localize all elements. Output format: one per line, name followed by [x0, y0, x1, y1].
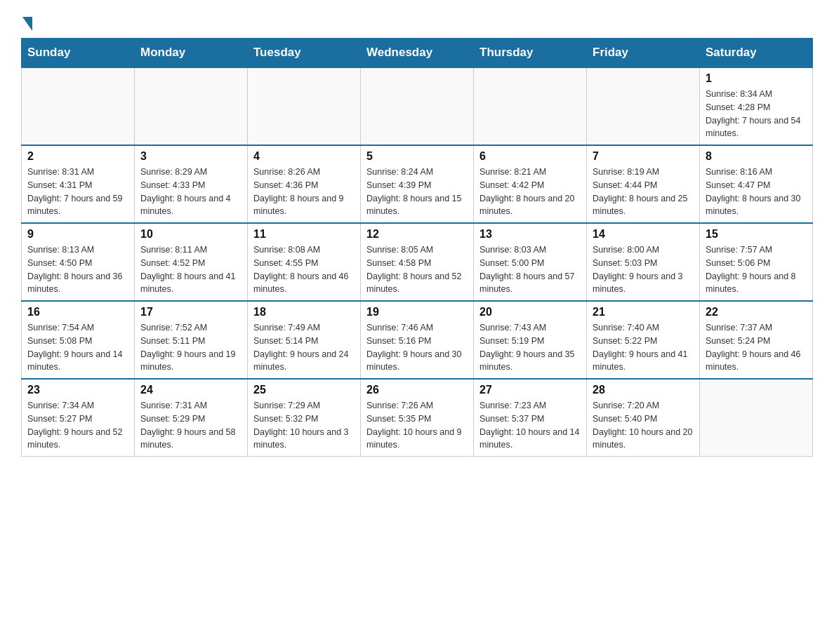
day-info: Sunrise: 7:31 AMSunset: 5:29 PMDaylight:… [140, 399, 241, 452]
day-number: 12 [366, 228, 468, 241]
day-number: 25 [253, 384, 355, 396]
calendar-week-2: 2Sunrise: 8:31 AMSunset: 4:31 PMDaylight… [22, 145, 813, 223]
calendar-cell [700, 379, 813, 457]
day-number: 3 [140, 150, 241, 163]
calendar-cell [22, 67, 135, 145]
calendar-cell: 6Sunrise: 8:21 AMSunset: 4:42 PMDaylight… [474, 145, 587, 223]
calendar-week-5: 23Sunrise: 7:34 AMSunset: 5:27 PMDayligh… [22, 379, 813, 457]
day-info: Sunrise: 7:49 AMSunset: 5:14 PMDaylight:… [253, 321, 355, 374]
day-number: 14 [593, 228, 694, 241]
day-info: Sunrise: 7:29 AMSunset: 5:32 PMDaylight:… [253, 399, 355, 452]
calendar-cell: 3Sunrise: 8:29 AMSunset: 4:33 PMDaylight… [135, 145, 248, 223]
day-of-week-monday: Monday [135, 39, 248, 68]
day-info: Sunrise: 8:13 AMSunset: 4:50 PMDaylight:… [27, 243, 128, 296]
day-of-week-saturday: Saturday [700, 39, 813, 68]
calendar-cell: 14Sunrise: 8:00 AMSunset: 5:03 PMDayligh… [587, 223, 700, 301]
calendar-cell: 25Sunrise: 7:29 AMSunset: 5:32 PMDayligh… [248, 379, 361, 457]
day-info: Sunrise: 7:34 AMSunset: 5:27 PMDaylight:… [27, 399, 128, 452]
day-number: 28 [593, 384, 694, 396]
day-number: 11 [253, 228, 355, 241]
calendar-cell: 5Sunrise: 8:24 AMSunset: 4:39 PMDaylight… [361, 145, 474, 223]
calendar-cell: 22Sunrise: 7:37 AMSunset: 5:24 PMDayligh… [700, 301, 813, 379]
day-info: Sunrise: 8:21 AMSunset: 4:42 PMDaylight:… [479, 166, 581, 218]
day-info: Sunrise: 7:43 AMSunset: 5:19 PMDaylight:… [479, 321, 581, 374]
day-number: 2 [27, 150, 128, 163]
day-info: Sunrise: 7:20 AMSunset: 5:40 PMDaylight:… [593, 399, 694, 452]
calendar-cell [248, 67, 361, 145]
day-number: 18 [253, 306, 355, 318]
day-info: Sunrise: 7:37 AMSunset: 5:24 PMDaylight:… [706, 321, 807, 374]
day-number: 19 [366, 306, 468, 318]
day-info: Sunrise: 7:57 AMSunset: 5:06 PMDaylight:… [706, 243, 807, 296]
day-number: 22 [706, 306, 807, 318]
day-info: Sunrise: 8:08 AMSunset: 4:55 PMDaylight:… [253, 243, 355, 296]
day-number: 6 [479, 150, 581, 163]
day-info: Sunrise: 7:40 AMSunset: 5:22 PMDaylight:… [593, 321, 694, 374]
calendar-cell: 15Sunrise: 7:57 AMSunset: 5:06 PMDayligh… [700, 223, 813, 301]
calendar-cell: 24Sunrise: 7:31 AMSunset: 5:29 PMDayligh… [135, 379, 248, 457]
day-number: 5 [366, 150, 468, 163]
calendar-cell: 11Sunrise: 8:08 AMSunset: 4:55 PMDayligh… [248, 223, 361, 301]
day-number: 23 [27, 384, 128, 396]
calendar-cell: 23Sunrise: 7:34 AMSunset: 5:27 PMDayligh… [22, 379, 135, 457]
calendar-cell: 13Sunrise: 8:03 AMSunset: 5:00 PMDayligh… [474, 223, 587, 301]
day-number: 16 [27, 306, 128, 318]
calendar-cell [587, 67, 700, 145]
day-number: 10 [140, 228, 241, 241]
calendar-cell [361, 67, 474, 145]
day-info: Sunrise: 7:46 AMSunset: 5:16 PMDaylight:… [366, 321, 468, 374]
day-info: Sunrise: 8:19 AMSunset: 4:44 PMDaylight:… [593, 166, 694, 218]
calendar-cell: 16Sunrise: 7:54 AMSunset: 5:08 PMDayligh… [22, 301, 135, 379]
day-info: Sunrise: 8:00 AMSunset: 5:03 PMDaylight:… [593, 243, 694, 296]
day-of-week-sunday: Sunday [22, 39, 135, 68]
day-number: 1 [706, 72, 807, 85]
day-of-week-friday: Friday [587, 39, 700, 68]
calendar-cell: 4Sunrise: 8:26 AMSunset: 4:36 PMDaylight… [248, 145, 361, 223]
day-info: Sunrise: 8:26 AMSunset: 4:36 PMDaylight:… [253, 166, 355, 218]
calendar-week-3: 9Sunrise: 8:13 AMSunset: 4:50 PMDaylight… [22, 223, 813, 301]
calendar-cell [135, 67, 248, 145]
day-info: Sunrise: 8:31 AMSunset: 4:31 PMDaylight:… [27, 166, 128, 218]
calendar-cell: 27Sunrise: 7:23 AMSunset: 5:37 PMDayligh… [474, 379, 587, 457]
day-info: Sunrise: 8:16 AMSunset: 4:47 PMDaylight:… [706, 166, 807, 218]
calendar-cell: 12Sunrise: 8:05 AMSunset: 4:58 PMDayligh… [361, 223, 474, 301]
calendar-cell: 28Sunrise: 7:20 AMSunset: 5:40 PMDayligh… [587, 379, 700, 457]
day-info: Sunrise: 8:24 AMSunset: 4:39 PMDaylight:… [366, 166, 468, 218]
day-of-week-tuesday: Tuesday [248, 39, 361, 68]
logo [21, 14, 32, 31]
day-of-week-wednesday: Wednesday [361, 39, 474, 68]
day-number: 4 [253, 150, 355, 163]
day-number: 21 [593, 306, 694, 318]
logo-triangle-icon [22, 17, 32, 31]
calendar-cell: 18Sunrise: 7:49 AMSunset: 5:14 PMDayligh… [248, 301, 361, 379]
calendar-table: SundayMondayTuesdayWednesdayThursdayFrid… [21, 38, 813, 457]
day-info: Sunrise: 7:52 AMSunset: 5:11 PMDaylight:… [140, 321, 241, 374]
day-info: Sunrise: 8:34 AMSunset: 4:28 PMDaylight:… [706, 88, 807, 140]
calendar-week-1: 1Sunrise: 8:34 AMSunset: 4:28 PMDaylight… [22, 67, 813, 145]
day-number: 13 [479, 228, 581, 241]
day-info: Sunrise: 8:11 AMSunset: 4:52 PMDaylight:… [140, 243, 241, 296]
calendar-cell: 19Sunrise: 7:46 AMSunset: 5:16 PMDayligh… [361, 301, 474, 379]
day-info: Sunrise: 7:26 AMSunset: 5:35 PMDaylight:… [366, 399, 468, 452]
day-info: Sunrise: 8:03 AMSunset: 5:00 PMDaylight:… [479, 243, 581, 296]
page-header [21, 14, 813, 31]
day-number: 9 [27, 228, 128, 241]
day-info: Sunrise: 8:29 AMSunset: 4:33 PMDaylight:… [140, 166, 241, 218]
calendar-cell: 10Sunrise: 8:11 AMSunset: 4:52 PMDayligh… [135, 223, 248, 301]
day-info: Sunrise: 7:23 AMSunset: 5:37 PMDaylight:… [479, 399, 581, 452]
calendar-cell: 17Sunrise: 7:52 AMSunset: 5:11 PMDayligh… [135, 301, 248, 379]
calendar-cell: 8Sunrise: 8:16 AMSunset: 4:47 PMDaylight… [700, 145, 813, 223]
day-info: Sunrise: 7:54 AMSunset: 5:08 PMDaylight:… [27, 321, 128, 374]
day-number: 27 [479, 384, 581, 396]
calendar-cell: 26Sunrise: 7:26 AMSunset: 5:35 PMDayligh… [361, 379, 474, 457]
calendar-header-row: SundayMondayTuesdayWednesdayThursdayFrid… [22, 39, 813, 68]
calendar-cell: 2Sunrise: 8:31 AMSunset: 4:31 PMDaylight… [22, 145, 135, 223]
calendar-cell: 9Sunrise: 8:13 AMSunset: 4:50 PMDaylight… [22, 223, 135, 301]
calendar-cell [474, 67, 587, 145]
day-number: 26 [366, 384, 468, 396]
calendar-cell: 7Sunrise: 8:19 AMSunset: 4:44 PMDaylight… [587, 145, 700, 223]
day-number: 24 [140, 384, 241, 396]
day-number: 7 [593, 150, 694, 163]
day-of-week-thursday: Thursday [474, 39, 587, 68]
day-number: 8 [706, 150, 807, 163]
